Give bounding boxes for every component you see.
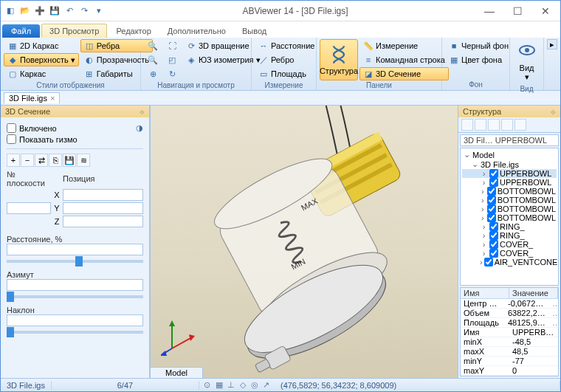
tree-item-checkbox[interactable] bbox=[489, 240, 498, 249]
expander-icon[interactable]: › bbox=[480, 249, 488, 258]
refresh-tree-icon[interactable] bbox=[514, 119, 526, 131]
btn-black-bg[interactable]: ■Черный фон bbox=[445, 39, 512, 52]
property-row[interactable]: Площадь48125,90179… bbox=[461, 318, 558, 328]
tree-item[interactable]: ›AIR_VENTCONE bbox=[462, 258, 557, 267]
tree-file[interactable]: ⌄3D File.igs bbox=[462, 159, 557, 169]
tree-item[interactable]: ›UPPERBOWL bbox=[462, 178, 557, 187]
tree-item[interactable]: ›BOTTOMBOWL bbox=[462, 196, 557, 204]
tree-root[interactable]: ⌄Model bbox=[462, 150, 557, 159]
plane-list[interactable] bbox=[7, 202, 51, 214]
tree-item-checkbox[interactable] bbox=[487, 213, 496, 222]
tree-item-checkbox[interactable] bbox=[489, 231, 498, 240]
distance-slider[interactable] bbox=[7, 260, 143, 263]
tilt-input[interactable] bbox=[7, 314, 143, 326]
minimize-button[interactable]: — bbox=[482, 4, 497, 18]
distance-input[interactable] bbox=[7, 244, 143, 255]
btn-bg-color[interactable]: ▦Цвет фона bbox=[445, 53, 512, 66]
expander-icon[interactable]: ⌄ bbox=[471, 159, 479, 169]
viewport-tab-model[interactable]: Model bbox=[151, 367, 203, 378]
btn-cmdline[interactable]: ≡Командная строка bbox=[359, 53, 449, 66]
btn-surface[interactable]: ◆Поверхность ▾ bbox=[4, 53, 79, 66]
tree-item-checkbox[interactable] bbox=[484, 258, 493, 267]
save-icon[interactable]: 💾 bbox=[48, 4, 61, 18]
ortho-icon[interactable]: ⊥ bbox=[226, 380, 236, 391]
document-tab[interactable]: 3D File.igs × bbox=[4, 92, 60, 103]
btn-nav-6[interactable]: ↻ bbox=[163, 67, 181, 80]
panel-pin-icon[interactable]: ⟐ bbox=[551, 107, 556, 116]
tree-item-checkbox[interactable] bbox=[487, 196, 496, 204]
expander-icon[interactable]: › bbox=[480, 231, 488, 240]
plane-add-icon[interactable]: + bbox=[7, 154, 20, 167]
btn-edge[interactable]: ／Ребро bbox=[255, 53, 318, 66]
structure-breadcrumb[interactable]: 3D Fil… UPPERBOWL bbox=[460, 134, 559, 146]
tree-item-checkbox[interactable] bbox=[489, 169, 498, 178]
close-tab-icon[interactable]: × bbox=[50, 94, 55, 103]
osnap-icon[interactable]: ◎ bbox=[249, 380, 260, 391]
undo-icon[interactable]: ↶ bbox=[63, 4, 76, 18]
btn-2d-frame[interactable]: ▦2D Каркас bbox=[4, 39, 79, 52]
btn-zoom-out[interactable]: 🔍 bbox=[144, 53, 162, 66]
close-button[interactable]: ✕ bbox=[538, 4, 553, 18]
tab-editor[interactable]: Редактор bbox=[109, 24, 158, 38]
tree-item-checkbox[interactable] bbox=[489, 249, 498, 258]
more-icon[interactable]: … bbox=[549, 299, 558, 308]
property-row[interactable]: ИмяUPPERBOWL bbox=[461, 328, 558, 337]
btn-distance[interactable]: ↔Расстояние bbox=[255, 39, 318, 52]
file-tab[interactable]: Файл bbox=[2, 24, 40, 38]
expander-icon[interactable]: › bbox=[480, 187, 486, 196]
property-row[interactable]: minX-48,5 bbox=[461, 337, 558, 347]
y-input[interactable] bbox=[63, 202, 143, 214]
tree-item[interactable]: ›COVER_ bbox=[462, 249, 557, 258]
btn-zoom-fit[interactable]: ⛶ bbox=[163, 39, 181, 52]
property-row[interactable]: Объем63822,23489… bbox=[461, 309, 558, 318]
expand-icon[interactable] bbox=[501, 119, 513, 131]
expander-icon[interactable]: › bbox=[480, 204, 486, 213]
tree-item-checkbox[interactable] bbox=[487, 187, 496, 196]
tree-item[interactable]: ›BOTTOMBOWL bbox=[462, 213, 557, 222]
btn-zoom-window[interactable]: ◰ bbox=[163, 53, 181, 66]
enabled-checkbox[interactable] bbox=[7, 123, 16, 133]
property-row[interactable]: maxY0 bbox=[461, 366, 558, 376]
btn-structure[interactable]: Структура bbox=[320, 39, 358, 80]
tree-mode-icon[interactable] bbox=[461, 119, 473, 131]
more-icon[interactable]: … bbox=[549, 318, 558, 327]
tree-item[interactable]: ›BOTTOMBOWL bbox=[462, 204, 557, 213]
ribbon-collapse-icon[interactable]: ▸ bbox=[547, 39, 557, 49]
btn-view[interactable]: Вид▾ bbox=[513, 39, 540, 84]
plane-remove-icon[interactable]: − bbox=[21, 154, 34, 167]
tree-item[interactable]: ›UPPERBOWL bbox=[462, 169, 557, 178]
property-row[interactable]: maxX48,5 bbox=[461, 347, 558, 357]
btn-nav-3[interactable]: ⊕ bbox=[144, 67, 162, 80]
expander-icon[interactable]: › bbox=[480, 213, 486, 222]
x-input[interactable] bbox=[63, 189, 143, 201]
expander-icon[interactable]: › bbox=[480, 169, 488, 178]
tree-item[interactable]: ›BOTTOMBOWL bbox=[462, 187, 557, 196]
tree-item[interactable]: ›COVER_ bbox=[462, 240, 557, 249]
tree-item-checkbox[interactable] bbox=[487, 204, 496, 213]
btn-measurement-panel[interactable]: 📏Измерение bbox=[359, 39, 449, 52]
plane-save-icon[interactable]: 💾 bbox=[63, 154, 76, 167]
collapse-icon[interactable] bbox=[488, 119, 500, 131]
section-mode-icon[interactable]: ◑ bbox=[136, 123, 143, 133]
tilt-slider[interactable] bbox=[7, 331, 143, 334]
track-icon[interactable]: ↗ bbox=[261, 380, 272, 391]
azimuth-slider[interactable] bbox=[7, 295, 143, 298]
btn-zoom-in[interactable]: 🔍 bbox=[144, 39, 162, 52]
open-icon[interactable]: 📂 bbox=[18, 4, 32, 18]
add-icon[interactable]: ➕ bbox=[33, 4, 47, 18]
polar-icon[interactable]: ◇ bbox=[238, 380, 248, 391]
redo-icon[interactable]: ↷ bbox=[78, 4, 91, 18]
list-mode-icon[interactable] bbox=[475, 119, 486, 131]
property-row[interactable]: minY-77 bbox=[461, 357, 558, 366]
tree-item-checkbox[interactable] bbox=[489, 178, 498, 187]
expander-icon[interactable]: › bbox=[480, 178, 488, 187]
panel-pin-icon[interactable]: ⟐ bbox=[140, 107, 145, 116]
expander-icon[interactable]: › bbox=[480, 258, 483, 267]
expander-icon[interactable]: ⌄ bbox=[463, 150, 471, 159]
grid-icon[interactable]: ▦ bbox=[214, 380, 224, 391]
z-input[interactable] bbox=[63, 216, 143, 227]
tree-item[interactable]: ›RING_ bbox=[462, 222, 557, 231]
snap-icon[interactable]: ⊙ bbox=[202, 380, 213, 391]
tab-output[interactable]: Вывод bbox=[235, 24, 274, 38]
btn-wireframe[interactable]: ▢Каркас bbox=[4, 67, 79, 80]
